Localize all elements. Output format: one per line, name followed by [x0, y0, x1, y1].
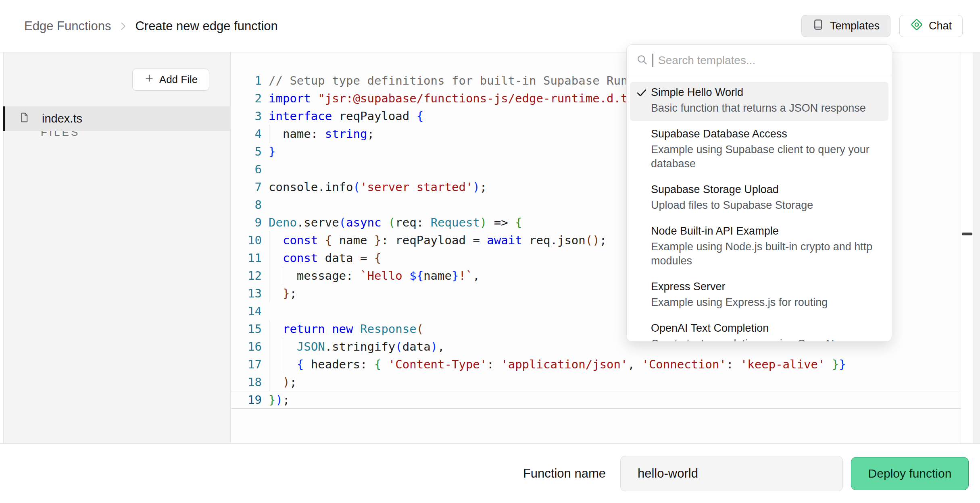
line-number: 8	[231, 198, 262, 212]
chat-button[interactable]: Chat	[899, 15, 963, 37]
line-number: 6	[231, 162, 262, 176]
search-icon	[636, 54, 648, 67]
code-line[interactable]: 19});	[231, 391, 961, 409]
code-text[interactable]: console.info('server started');	[262, 180, 487, 194]
code-text[interactable]: import "jsr:@supabase/functions-js/edge-…	[262, 91, 642, 105]
template-description: Upload files to Supabase Storage	[651, 198, 885, 212]
line-number: 19	[231, 393, 262, 407]
template-search-input[interactable]: Search templates...	[627, 45, 892, 76]
search-placeholder: Search templates...	[658, 54, 755, 67]
function-name-input[interactable]	[620, 456, 843, 491]
template-list: Simple Hello WorldBasic function that re…	[627, 76, 892, 342]
code-text[interactable]: interface reqPayload {	[262, 109, 423, 123]
add-file-button[interactable]: Add File	[132, 69, 209, 91]
line-number: 5	[231, 145, 262, 158]
code-text[interactable]: JSON.stringify(data),	[262, 340, 445, 353]
template-description: Create text completions using OpenAI	[651, 337, 885, 342]
template-item[interactable]: Supabase Storage UploadUpload files to S…	[630, 179, 888, 218]
line-number: 7	[231, 180, 262, 194]
code-line[interactable]: 17 { headers: { 'Content-Type': 'applica…	[231, 355, 961, 373]
line-number: 9	[231, 216, 262, 229]
code-text[interactable]: message: `Hello ${name}!`,	[262, 269, 480, 283]
file-name: index.ts	[42, 112, 82, 125]
line-number: 15	[231, 322, 262, 336]
code-text[interactable]: { headers: { 'Content-Type': 'applicatio…	[262, 358, 846, 371]
code-text[interactable]: name: string;	[262, 127, 374, 141]
scrollbar-marker[interactable]	[962, 233, 972, 235]
code-text[interactable]: const { name }: reqPayload = await req.j…	[262, 233, 607, 247]
code-text[interactable]: };	[262, 287, 297, 300]
line-number: 4	[231, 127, 262, 141]
line-number: 12	[231, 269, 262, 283]
template-description: Basic function that returns a JSON respo…	[651, 101, 885, 115]
line-number: 18	[231, 375, 262, 389]
file-list: index.ts	[4, 106, 230, 131]
code-line[interactable]: 18 );	[231, 373, 961, 391]
code-text[interactable]: }	[262, 145, 275, 158]
template-title: Node Built-in API Example	[651, 224, 885, 237]
breadcrumb-edge-functions[interactable]: Edge Functions	[24, 19, 111, 33]
templates-button[interactable]: Templates	[801, 15, 890, 37]
code-text[interactable]: });	[262, 393, 290, 407]
template-description: Example using Express.js for routing	[651, 295, 885, 310]
ai-diamond-icon	[910, 18, 923, 34]
breadcrumb: Edge Functions Create new edge function	[24, 19, 278, 33]
template-title: Express Server	[651, 280, 885, 293]
file-item[interactable]: index.ts	[4, 106, 230, 131]
page-title: Create new edge function	[135, 19, 277, 33]
code-text[interactable]: );	[262, 375, 297, 389]
line-number: 2	[231, 91, 262, 105]
code-text[interactable]: const data = {	[262, 251, 381, 265]
files-sidebar: FILES Add File index.ts	[3, 52, 231, 443]
page-right-gutter	[973, 52, 980, 443]
function-name-label: Function name	[523, 466, 606, 481]
template-item[interactable]: OpenAI Text CompletionCreate text comple…	[630, 318, 888, 342]
template-item[interactable]: Supabase Database AccessExample using Su…	[630, 123, 888, 177]
plus-icon	[144, 73, 154, 86]
deploy-function-button[interactable]: Deploy function	[851, 457, 969, 490]
header-actions: Templates Chat	[801, 15, 963, 37]
template-title: Supabase Storage Upload	[651, 183, 885, 196]
template-item[interactable]: Node Built-in API ExampleExample using N…	[630, 220, 888, 274]
book-icon	[812, 19, 824, 33]
line-number: 11	[231, 251, 262, 265]
templates-popover: Search templates... Simple Hello WorldBa…	[626, 44, 892, 342]
template-item[interactable]: Express ServerExample using Express.js f…	[630, 276, 888, 315]
template-description: Example using Supabase client to query y…	[651, 143, 885, 171]
chat-button-label: Chat	[929, 20, 952, 32]
line-number: 13	[231, 287, 262, 300]
line-number: 17	[231, 358, 262, 371]
editor-scrollbar[interactable]	[961, 52, 973, 443]
text-cursor	[653, 54, 653, 67]
line-number: 16	[231, 340, 262, 353]
templates-button-label: Templates	[830, 20, 880, 32]
template-title: OpenAI Text Completion	[651, 322, 885, 335]
line-number: 14	[231, 304, 262, 318]
check-icon	[636, 87, 648, 100]
add-file-label: Add File	[159, 73, 198, 86]
line-number: 1	[231, 74, 262, 87]
chevron-right-icon	[117, 21, 129, 32]
line-number: 3	[231, 109, 262, 123]
file-icon	[19, 112, 30, 126]
template-description: Example using Node.js built-in crypto an…	[651, 240, 885, 268]
code-text[interactable]: Deno.serve(async (req: Request) => {	[262, 216, 522, 229]
template-title: Simple Hello World	[651, 86, 885, 99]
deploy-bar: Function name Deploy function	[0, 443, 980, 503]
code-text[interactable]: return new Response(	[262, 322, 423, 336]
template-item[interactable]: Simple Hello WorldBasic function that re…	[630, 82, 888, 121]
template-title: Supabase Database Access	[651, 127, 885, 140]
line-number: 10	[231, 233, 262, 247]
